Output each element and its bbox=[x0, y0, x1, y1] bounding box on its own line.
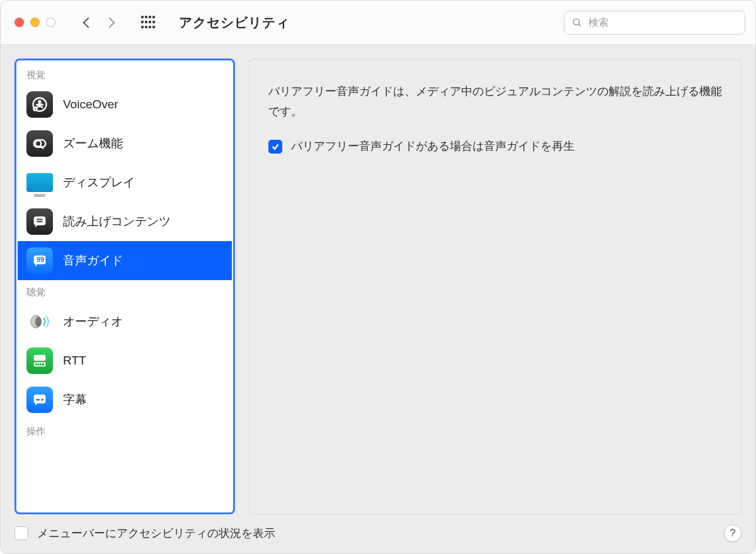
help-button[interactable]: ? bbox=[724, 524, 742, 542]
search-field[interactable] bbox=[564, 11, 745, 35]
search-input[interactable] bbox=[587, 16, 737, 29]
sidebar-item-rtt[interactable]: RTT bbox=[18, 341, 232, 380]
play-audio-descriptions-label: バリアフリー音声ガイドがある場合は音声ガイドを再生 bbox=[291, 137, 575, 157]
sidebar-item-captions[interactable]: 字幕 bbox=[18, 380, 232, 419]
sidebar-group-interaction: 操作 bbox=[18, 419, 232, 441]
minimize-window-button[interactable] bbox=[30, 18, 40, 27]
sidebar-item-label: オーディオ bbox=[63, 314, 123, 330]
sidebar-item-label: VoiceOver bbox=[63, 98, 118, 111]
svg-point-14 bbox=[35, 317, 42, 327]
sidebar-item-label: ディスプレイ bbox=[63, 174, 135, 191]
sidebar[interactable]: 視覚 VoiceOver ズーム機能 bbox=[18, 62, 232, 511]
window-controls bbox=[14, 18, 55, 27]
svg-text:99: 99 bbox=[37, 256, 44, 263]
svg-rect-15 bbox=[34, 355, 46, 361]
sidebar-item-spoken-content[interactable]: 読み上げコンテンツ bbox=[18, 202, 232, 241]
audio-descriptions-icon: 99 bbox=[26, 247, 53, 274]
svg-point-0 bbox=[573, 18, 580, 25]
close-window-button[interactable] bbox=[14, 18, 24, 27]
show-all-button[interactable] bbox=[141, 16, 155, 30]
svg-rect-8 bbox=[34, 217, 46, 225]
sidebar-item-label: ズーム機能 bbox=[63, 135, 123, 152]
svg-rect-17 bbox=[35, 363, 37, 366]
sidebar-focused-frame: 視覚 VoiceOver ズーム機能 bbox=[14, 59, 235, 514]
zoom-window-button[interactable] bbox=[46, 18, 55, 27]
show-in-menubar-checkbox[interactable] bbox=[14, 526, 28, 540]
svg-point-6 bbox=[35, 140, 41, 146]
body: 視覚 VoiceOver ズーム機能 bbox=[1, 45, 755, 522]
sidebar-item-label: RTT bbox=[63, 354, 86, 368]
svg-rect-21 bbox=[34, 395, 46, 404]
window-title: アクセシビリティ bbox=[179, 14, 290, 31]
svg-line-7 bbox=[40, 146, 43, 149]
svg-line-1 bbox=[578, 24, 580, 26]
svg-rect-20 bbox=[42, 363, 45, 366]
svg-point-3 bbox=[38, 100, 41, 103]
sidebar-item-label: 音声ガイド bbox=[63, 252, 123, 269]
captions-icon bbox=[26, 387, 53, 413]
panel-description: バリアフリー音声ガイドは、メディア中のビジュアルコンテンツの解説を読み上げる機能… bbox=[268, 82, 722, 122]
play-audio-descriptions-row[interactable]: バリアフリー音声ガイドがある場合は音声ガイドを再生 bbox=[268, 137, 722, 157]
sidebar-group-hearing: 聴覚 bbox=[18, 280, 232, 302]
sidebar-group-vision: 視覚 bbox=[18, 63, 232, 85]
detail-panel: バリアフリー音声ガイドは、メディア中のビジュアルコンテンツの解説を読み上げる機能… bbox=[249, 59, 742, 514]
sidebar-item-display[interactable]: ディスプレイ bbox=[18, 163, 232, 202]
sidebar-item-label: 読み上げコンテンツ bbox=[63, 213, 171, 230]
sidebar-item-audio-descriptions[interactable]: 99 音声ガイド bbox=[18, 241, 232, 280]
show-in-menubar-label: メニューバーにアクセシビリティの状況を表示 bbox=[37, 526, 275, 541]
voiceover-icon bbox=[26, 91, 53, 118]
sidebar-item-audio[interactable]: オーディオ bbox=[18, 302, 232, 341]
search-icon bbox=[572, 17, 582, 28]
forward-button[interactable] bbox=[105, 17, 115, 28]
play-audio-descriptions-checkbox[interactable] bbox=[268, 140, 282, 154]
toolbar: アクセシビリティ bbox=[1, 1, 755, 45]
display-icon bbox=[26, 169, 53, 196]
zoom-icon bbox=[26, 130, 53, 157]
sidebar-item-label: 字幕 bbox=[63, 392, 87, 408]
toolbar-nav bbox=[84, 19, 113, 26]
svg-rect-19 bbox=[40, 363, 41, 366]
footer: メニューバーにアクセシビリティの状況を表示 ? bbox=[1, 522, 755, 553]
audio-icon bbox=[26, 308, 53, 335]
svg-rect-18 bbox=[38, 363, 39, 366]
preferences-window: アクセシビリティ 視覚 VoiceOver bbox=[0, 0, 756, 554]
back-button[interactable] bbox=[83, 17, 94, 28]
sidebar-item-zoom[interactable]: ズーム機能 bbox=[18, 124, 232, 163]
sidebar-item-voiceover[interactable]: VoiceOver bbox=[18, 85, 232, 124]
rtt-icon bbox=[26, 348, 53, 374]
spoken-content-icon bbox=[26, 208, 53, 235]
